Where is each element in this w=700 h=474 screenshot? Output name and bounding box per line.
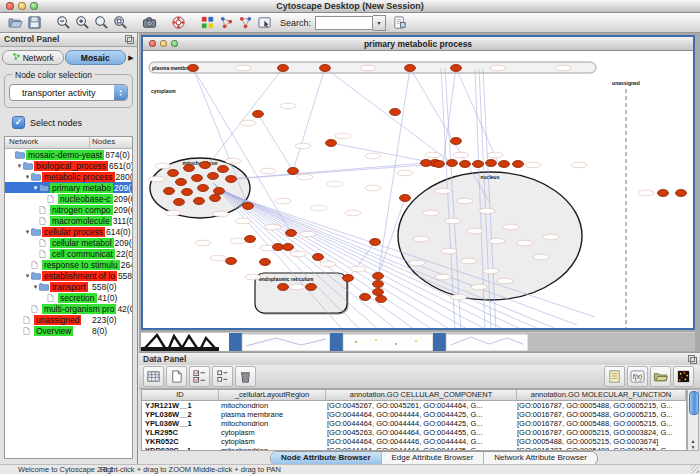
table-row[interactable]: YJR121W__1mitochondrion[GO:0045267, GO:0… [142, 401, 686, 410]
table-grid-icon[interactable] [143, 366, 164, 387]
new-attribute-icon[interactable] [166, 366, 187, 387]
folder-icon [23, 162, 34, 170]
expand-triangle-icon[interactable]: ▼ [16, 163, 23, 169]
tree-row[interactable]: mosaic-demo-yeast874(0) [5, 149, 132, 160]
network-label: biological_process [34, 161, 108, 171]
tab-network[interactable]: Network [2, 50, 64, 65]
network-label: secretion [58, 293, 97, 303]
node-count: 41(0) [97, 293, 133, 303]
node-count: 8(0) [91, 326, 132, 336]
tree-row[interactable]: ▼primary metabo209(... [5, 182, 132, 193]
layout-network-icon[interactable] [218, 14, 235, 31]
control-panel-tabs: NetworkMosaic▶ [0, 47, 137, 66]
scrollbar-thumb[interactable] [689, 391, 699, 415]
save-icon[interactable] [26, 14, 43, 31]
expand-triangle-icon[interactable]: ▼ [32, 284, 39, 290]
cell-region: plasma membrane [218, 410, 324, 419]
unselect-attributes-icon[interactable] [212, 366, 233, 387]
tree-row[interactable]: ▼biological_process651(0) [5, 160, 132, 171]
file-icon [39, 250, 50, 258]
network-label: nitrogen compo [50, 205, 113, 215]
node-count: 42(0) [116, 304, 132, 314]
tree-row[interactable]: cellular metabol209(0) [5, 237, 132, 248]
expand-triangle-icon[interactable]: ▼ [32, 185, 39, 191]
tree-row[interactable]: Overview8(0) [5, 325, 132, 336]
delete-attribute-icon[interactable] [235, 366, 256, 387]
float-panel-icon[interactable] [125, 35, 134, 44]
zoom-out-icon[interactable] [55, 14, 72, 31]
node-count: 558(0) [117, 271, 132, 281]
table-row[interactable]: YPL036W__1mitochondrion[GO:0044464, GO:0… [142, 419, 686, 428]
tab-label: Network [23, 53, 54, 63]
search-config-icon[interactable] [391, 14, 408, 31]
network-canvas[interactable]: plasma membranecytoplasmmitochondrionnuc… [143, 51, 693, 328]
tree-row[interactable]: ▼establishment of lo558(0) [5, 270, 132, 281]
window-titlebar[interactable]: Cytoscape Desktop (New Session) [0, 0, 700, 13]
node-count: 311(0) [112, 216, 132, 226]
annotation-icon[interactable] [256, 14, 273, 31]
scrollbar-arrows-icon[interactable]: ▲▼ [688, 438, 698, 450]
search-input[interactable] [315, 16, 373, 30]
open-file-icon[interactable] [7, 14, 24, 31]
notes-icon[interactable] [604, 366, 625, 387]
select-nodes-label: Select nodes [30, 118, 82, 128]
cell-id: YKR052C [142, 437, 218, 446]
network-label: response to stimulu [42, 260, 120, 270]
table-row[interactable]: YPL036W__2plasma membrane[GO:0044464, GO… [142, 410, 686, 419]
table-row[interactable]: YLR295Ccytoplasm[GO:0045263, GO:0044464,… [142, 428, 686, 437]
network-label: mosaic-demo-yeast [26, 150, 104, 160]
snapshot-camera-icon[interactable] [141, 14, 158, 31]
tab-overflow-arrow[interactable]: ▶ [127, 54, 135, 62]
table-row[interactable]: YKR052Ccytoplasm[GO:0044464, GO:0044446,… [142, 437, 686, 446]
select-attributes-icon[interactable] [189, 366, 210, 387]
folder-icon [39, 283, 50, 291]
vizmapper-icon[interactable] [199, 14, 216, 31]
tree-row[interactable]: nitrogen compo209(0) [5, 204, 132, 215]
group-label: Node color selection [12, 70, 95, 80]
search-dropdown-arrow-icon[interactable]: ▾ [373, 15, 386, 31]
network-window-titlebar[interactable]: primary metabolic process [143, 37, 693, 51]
table-scrollbar[interactable]: ▲▼ [687, 389, 699, 451]
file-icon [47, 195, 58, 203]
matrix-view-icon[interactable] [673, 366, 694, 387]
network-label: Overview [34, 326, 73, 336]
zoom-fit-icon[interactable] [93, 14, 110, 31]
tab-mosaic[interactable]: Mosaic [65, 50, 127, 65]
folder-icon [31, 173, 42, 181]
filter-network-icon[interactable] [237, 14, 254, 31]
tree-row[interactable]: unassigned223(0) [5, 314, 132, 325]
float-panel-icon[interactable] [688, 355, 697, 364]
resize-grip[interactable] [691, 465, 699, 473]
column-header: annotation.GO CELLULAR_COMPONENT [326, 390, 517, 400]
tree-row[interactable]: nucleobase-c209(0) [5, 193, 132, 204]
node-count: 651(0) [108, 161, 132, 171]
tree-row[interactable]: cell communicat22(0) [5, 248, 132, 259]
background-window-fragments[interactable] [141, 332, 695, 351]
tree-row[interactable]: multi-organism pro42(0) [5, 303, 132, 314]
file-icon [47, 294, 58, 302]
import-attributes-icon[interactable] [650, 366, 671, 387]
tree-row[interactable]: ▼transport558(0) [5, 281, 132, 292]
tree-row[interactable]: ▼metabolic process280(0) [5, 171, 132, 182]
zoom-selected-icon[interactable] [112, 14, 129, 31]
help-ring-icon[interactable] [170, 14, 187, 31]
dropdown-arrows-icon: ▲▼ [114, 85, 127, 100]
tree-row[interactable]: macromolecule311(0) [5, 215, 132, 226]
expand-triangle-icon[interactable]: ▼ [24, 174, 31, 180]
tree-row[interactable]: secretion41(0) [5, 292, 132, 303]
expand-triangle-icon[interactable]: ▼ [24, 273, 31, 279]
network-window-title: primary metabolic process [143, 39, 693, 49]
tree-row[interactable]: response to stimulu264(0) [5, 259, 132, 270]
file-icon [39, 239, 50, 247]
attribute-table: ID_cellularLayoutRegionannotation.GO CEL… [141, 389, 687, 451]
tree-row[interactable]: ▼cellular process614(0) [5, 226, 132, 237]
expand-triangle-icon[interactable]: ▼ [24, 229, 31, 235]
zoom-in-icon[interactable] [74, 14, 91, 31]
column-header: ID [142, 390, 219, 400]
file-icon [23, 316, 34, 324]
node-color-dropdown[interactable]: transporter activity ▲▼ [9, 84, 128, 101]
column-header: annotation.GO MOLECULAR_FUNCTION [517, 390, 686, 400]
function-builder-icon[interactable]: f(x) [627, 366, 648, 387]
column-header: _cellularLayoutRegion [219, 390, 326, 400]
select-nodes-checkbox[interactable]: ✓ [12, 116, 25, 129]
